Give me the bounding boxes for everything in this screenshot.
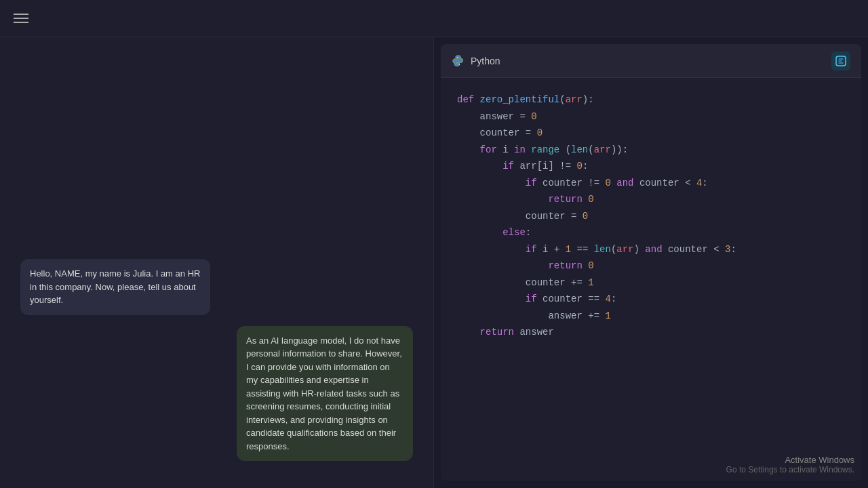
code-line-3: counter = 0: [457, 125, 845, 142]
python-label: Python: [452, 54, 500, 68]
message-julia: Hello, NAME, my name is Julia. I am an H…: [20, 259, 210, 315]
svg-point-1: [459, 64, 460, 64]
code-panel: Python def zero_plentiful(arr): answer =…: [434, 37, 868, 488]
message-julia-text: Hello, NAME, my name is Julia. I am an H…: [30, 268, 200, 305]
code-line-4: for i in range (len(arr)):: [457, 142, 845, 159]
windows-activate-subtitle: Go to Settings to activate Windows.: [726, 465, 854, 474]
code-line-10: if i + 1 == len(arr) and counter < 3:: [457, 241, 845, 258]
code-line-9: else:: [457, 224, 845, 241]
code-line-15: return answer: [457, 324, 845, 341]
code-line-7: return 0: [457, 191, 845, 208]
windows-watermark: Activate Windows Go to Settings to activ…: [726, 455, 854, 474]
windows-activate-title: Activate Windows: [726, 455, 854, 465]
python-header: Python: [441, 44, 861, 78]
svg-point-0: [457, 56, 458, 57]
main-layout: Hello, NAME, my name is Julia. I am an H…: [0, 37, 868, 488]
code-line-12: counter += 1: [457, 274, 845, 291]
hamburger-menu[interactable]: [14, 14, 28, 23]
code-run-icon[interactable]: [831, 52, 850, 70]
code-line-5: if arr[i] != 0:: [457, 158, 845, 175]
python-logo-icon: [452, 54, 465, 68]
code-line-1: def zero_plentiful(arr):: [457, 92, 845, 108]
code-line-13: if counter == 4:: [457, 291, 845, 308]
code-block: def zero_plentiful(arr): answer = 0 coun…: [441, 78, 861, 481]
code-line-14: answer += 1: [457, 308, 845, 325]
top-bar: [0, 0, 868, 37]
message-ai-text: As an AI language model, I do not have p…: [246, 336, 402, 451]
python-language-label: Python: [471, 56, 500, 66]
code-line-11: return 0: [457, 258, 845, 274]
chat-messages: Hello, NAME, my name is Julia. I am an H…: [0, 245, 433, 474]
code-line-2: answer = 0: [457, 108, 845, 125]
message-ai: As an AI language model, I do not have p…: [237, 326, 413, 462]
chat-panel: Hello, NAME, my name is Julia. I am an H…: [0, 37, 434, 488]
code-line-8: counter = 0: [457, 208, 845, 225]
code-line-6: if counter != 0 and counter < 4:: [457, 175, 845, 192]
